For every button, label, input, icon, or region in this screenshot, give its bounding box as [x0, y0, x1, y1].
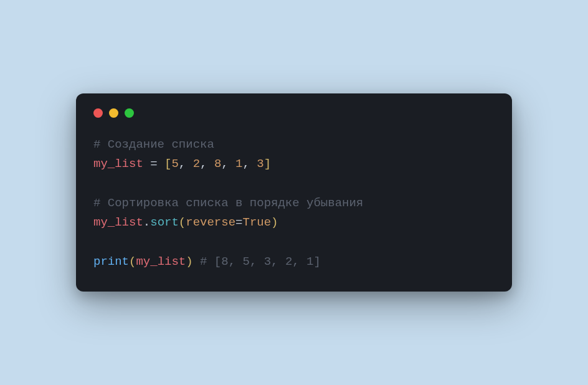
code-punct: . [143, 216, 150, 229]
code-punct: , [221, 157, 235, 171]
code-punct: , [179, 157, 193, 171]
code-number: 8 [214, 157, 221, 171]
code-variable: my_list [93, 216, 143, 229]
code-operator: = [235, 216, 242, 229]
code-comment: # Сортировка списка в порядке убывания [93, 196, 363, 210]
code-space [193, 255, 200, 269]
code-number: 3 [257, 157, 263, 171]
code-block: # Создание списка my_list = [5, 2, 8, 1,… [93, 135, 495, 272]
code-variable: my_list [93, 157, 143, 171]
close-icon[interactable] [93, 108, 103, 118]
code-bracket: ( [179, 216, 186, 229]
code-punct: , [200, 157, 214, 171]
window-controls [93, 108, 495, 118]
code-bracket: [ [164, 157, 171, 171]
maximize-icon[interactable] [125, 108, 134, 118]
code-punct: , [243, 157, 257, 171]
code-variable: my_list [136, 255, 186, 269]
minimize-icon[interactable] [109, 108, 118, 118]
code-comment: # Создание списка [93, 138, 214, 151]
code-builtin: print [93, 255, 129, 269]
code-bracket: ) [271, 216, 278, 229]
code-comment: # [8, 5, 3, 2, 1] [200, 255, 321, 269]
code-bracket: ] [264, 157, 271, 171]
code-bracket: ) [186, 255, 192, 269]
code-bracket: ( [129, 255, 136, 269]
code-param: reverse [186, 216, 235, 229]
code-number: 2 [193, 157, 200, 171]
code-number: 1 [235, 157, 242, 171]
code-number: 5 [171, 157, 178, 171]
code-operator: = [143, 157, 164, 171]
code-method: sort [150, 216, 179, 229]
code-boolean: True [242, 216, 271, 229]
code-window: # Создание списка my_list = [5, 2, 8, 1,… [76, 93, 512, 292]
